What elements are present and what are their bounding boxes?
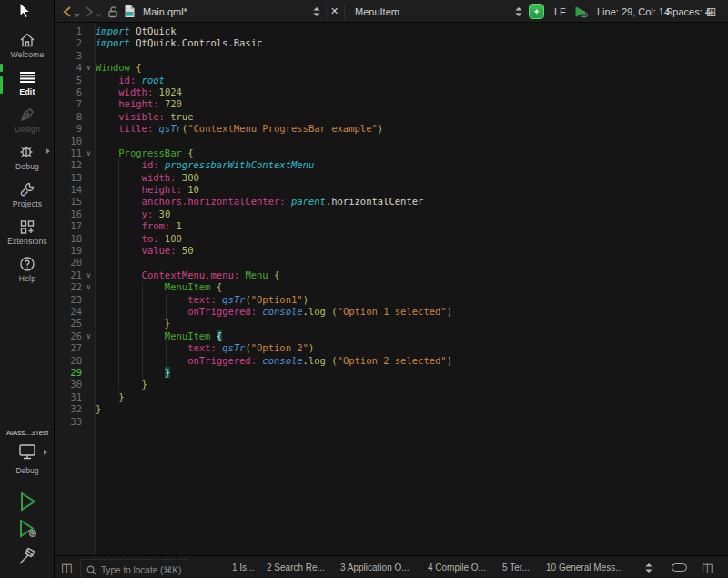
code-line[interactable]: 10: [55, 136, 728, 147]
output-pane-compile-output[interactable]: 4 Compile O...: [428, 556, 486, 578]
fold-column: [82, 367, 96, 379]
code-line[interactable]: 12 id: progressbarWithContextMenu: [55, 159, 728, 171]
forward-button[interactable]: [84, 0, 102, 23]
fold-marker-icon[interactable]: ∨: [82, 147, 96, 159]
code-line[interactable]: 5 id: root: [55, 75, 728, 86]
sidebar-item-extensions[interactable]: Extensions: [0, 214, 55, 251]
output-pane-terminal[interactable]: 5 Ter...: [502, 556, 530, 578]
code-area[interactable]: 1import QtQuick2import QtQuick.Controls.…: [55, 25, 728, 428]
line-number: 31: [55, 391, 82, 403]
fold-column: [82, 98, 96, 110]
sidebar-item-label: Extensions: [7, 237, 47, 246]
code-line[interactable]: 3: [55, 50, 728, 62]
locator-input[interactable]: Type to locate (⌘K): [80, 559, 187, 578]
debug-flyout-arrow[interactable]: [46, 148, 50, 154]
code-line[interactable]: 1import QtQuick: [55, 25, 728, 37]
edit-lines-icon: [18, 67, 36, 86]
back-button[interactable]: [62, 0, 80, 23]
sidebar-item-projects[interactable]: Projects: [0, 177, 55, 214]
code-line[interactable]: 33: [55, 416, 728, 428]
code-line[interactable]: 2import QtQuick.Controls.Basic: [55, 37, 728, 49]
fold-column: [82, 208, 96, 220]
code-text: [96, 257, 728, 269]
code-line[interactable]: 19 value: 50: [55, 245, 728, 257]
close-document-button[interactable]: ✕: [330, 0, 339, 23]
code-line[interactable]: 25 }: [55, 318, 728, 330]
open-document-dropdown[interactable]: Main.qml*: [143, 0, 187, 23]
document-dropdown-spinner[interactable]: [312, 0, 321, 23]
code-text: visible: true: [96, 111, 728, 123]
kit-label: Debug: [15, 466, 38, 475]
output-pane-general-messages[interactable]: 10 General Mess...: [546, 556, 622, 578]
help-icon: [18, 254, 36, 273]
debug-run-button[interactable]: [0, 517, 55, 541]
code-line[interactable]: 21∨ ContextMenu.menu: Menu {: [55, 269, 728, 281]
code-line[interactable]: 14 height: 10: [55, 184, 728, 196]
output-pane-issues[interactable]: 1 Is...: [232, 556, 254, 578]
sidebar-item-help[interactable]: Help: [0, 251, 55, 289]
code-line[interactable]: 27 text: qsTr("Option 2"): [55, 342, 728, 354]
output-pane-spinner[interactable]: [644, 556, 653, 578]
code-text: [96, 136, 728, 147]
fold-marker-icon[interactable]: ∨: [82, 269, 96, 281]
output-pane-search-results[interactable]: 2 Search Re...: [267, 556, 325, 578]
code-line[interactable]: 6 width: 1024: [55, 86, 728, 98]
line-ending-indicator[interactable]: LF: [554, 0, 566, 23]
output-pane-application-output[interactable]: 3 Application O...: [340, 556, 410, 578]
fold-marker-icon[interactable]: ∨: [82, 281, 96, 293]
kit-selector-button[interactable]: Debug: [0, 442, 55, 475]
run-button[interactable]: [0, 490, 55, 513]
code-text: id: progressbarWithContextMenu: [96, 159, 728, 171]
code-line[interactable]: 7 height: 720: [55, 98, 728, 110]
line-number: 25: [55, 318, 82, 330]
output-panel-toggle-button[interactable]: ◫: [702, 556, 713, 578]
code-line[interactable]: 8 visible: true: [55, 111, 728, 123]
code-line[interactable]: 31 }: [55, 391, 728, 403]
code-line[interactable]: 4∨Window {: [55, 62, 728, 74]
annotation-flag-icon[interactable]: [573, 0, 590, 23]
progress-details-button[interactable]: [672, 556, 687, 578]
indentation-indicator[interactable]: Spaces: 4: [666, 0, 711, 23]
ai-assistant-button[interactable]: ✦: [529, 0, 544, 23]
code-line[interactable]: 29 }: [55, 367, 728, 379]
code-text: text: qsTr("Option1"): [96, 294, 728, 306]
code-line[interactable]: 16 y: 30: [55, 208, 728, 220]
kit-flyout-arrow[interactable]: [44, 450, 47, 455]
code-editor[interactable]: 1import QtQuick2import QtQuick.Controls.…: [55, 23, 728, 555]
fold-column: [82, 123, 96, 135]
code-text: id: root: [96, 75, 728, 86]
code-line[interactable]: 24 onTriggered: console.log ("Option 1 s…: [55, 306, 728, 318]
code-line[interactable]: 23 text: qsTr("Option1"): [55, 294, 728, 306]
line-number: 15: [55, 196, 82, 208]
sidebar-item-welcome[interactable]: Welcome: [0, 27, 55, 65]
code-line[interactable]: 32}: [55, 403, 728, 415]
sidebar-item-debug[interactable]: Debug: [0, 139, 55, 177]
code-line[interactable]: 20: [55, 257, 728, 269]
sidebar-toggle-button[interactable]: ◫: [61, 556, 72, 578]
line-number: 4: [55, 62, 82, 74]
symbol-selected: MenuItem: [355, 6, 399, 17]
build-button[interactable]: [0, 544, 55, 568]
code-line[interactable]: 11∨ ProgressBar {: [55, 147, 728, 159]
symbol-dropdown-spinner[interactable]: [514, 0, 523, 23]
unlock-icon[interactable]: [106, 0, 119, 23]
code-line[interactable]: 22∨ MenuItem {: [55, 281, 728, 293]
line-number: 11: [55, 147, 82, 159]
code-line[interactable]: 30 }: [55, 379, 728, 390]
fold-marker-icon[interactable]: ∨: [82, 62, 96, 74]
code-line[interactable]: 17 from: 1: [55, 220, 728, 232]
sidebar-item-edit[interactable]: Edit: [0, 65, 55, 102]
code-line[interactable]: 13 width: 300: [55, 172, 728, 184]
split-editor-button[interactable]: ⊞: [706, 0, 717, 23]
fold-marker-icon[interactable]: ∨: [82, 330, 96, 342]
code-line[interactable]: 28 onTriggered: console.log ("Option 2 s…: [55, 355, 728, 367]
code-line[interactable]: 9 title: qsTr("ContextMenu ProgressBar e…: [55, 123, 728, 135]
symbol-dropdown[interactable]: MenuItem: [355, 0, 399, 23]
code-line[interactable]: 26∨ MenuItem {: [55, 330, 728, 342]
code-line[interactable]: 18 to: 100: [55, 233, 728, 245]
locator-placeholder: Type to locate (⌘K): [101, 565, 181, 575]
fold-column: [82, 306, 96, 318]
code-text: width: 300: [96, 172, 728, 184]
code-line[interactable]: 15 anchors.horizontalCenter: parent.hori…: [55, 196, 728, 208]
line-number: 17: [55, 220, 82, 232]
